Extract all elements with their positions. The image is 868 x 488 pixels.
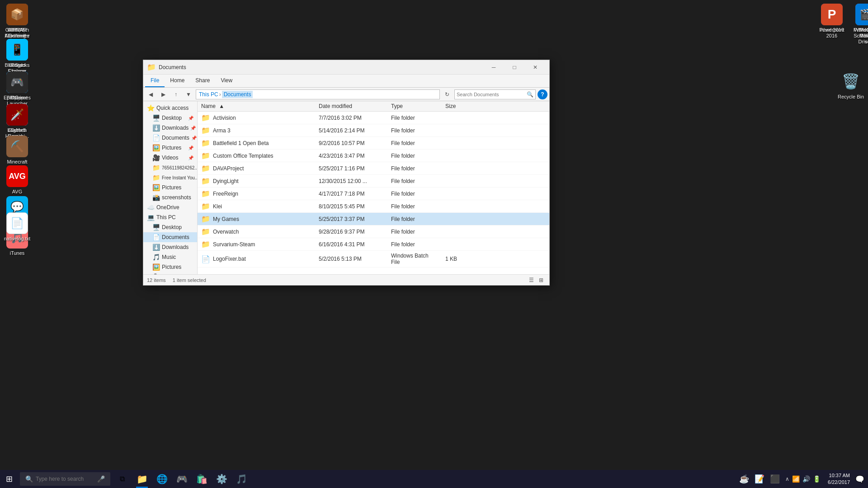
sidebar-long-id[interactable]: 📁 7656119824262... [143, 163, 197, 173]
sidebar-pc-desktop[interactable]: 🖥️ Desktop [143, 222, 197, 232]
file-date: 8/10/2015 5:45 PM [315, 202, 387, 211]
forward-button[interactable]: ▶ [158, 89, 169, 100]
address-path[interactable]: This PC › Documents [196, 89, 440, 99]
taskbar-file-explorer[interactable]: 📁 [132, 470, 152, 488]
file-name-text: DyingLight [213, 178, 239, 184]
file-name-text: FreeReign [213, 191, 238, 197]
file-type: File folder [387, 239, 442, 249]
file-row[interactable]: 📁 FreeReign 4/17/2017 7:18 PM File folde… [198, 188, 549, 200]
taskbar-chrome[interactable]: 🌐 [152, 470, 172, 488]
taskbar-spotify[interactable]: 🎵 [231, 470, 251, 488]
tab-file[interactable]: File [145, 75, 165, 87]
file-type: File folder [387, 202, 442, 211]
file-row[interactable]: 📁 Battlefield 1 Open Beta 9/2/2016 10:57… [198, 137, 549, 150]
file-type: File folder [387, 189, 442, 199]
file-row[interactable]: 📁 Klei 8/10/2015 5:45 PM File folder [198, 200, 549, 213]
taskbar-task5[interactable]: ⚙️ [212, 470, 231, 488]
icon-winrar[interactable]: 📦 WinRAR [2, 2, 33, 35]
file-row[interactable]: 📁 My Games 5/25/2017 3:37 PM File folder [198, 213, 549, 225]
start-button[interactable]: ⊞ [0, 470, 18, 488]
icon-curse[interactable]: 🗡️ Curse [2, 102, 33, 135]
chevron-icon[interactable]: ∧ [785, 476, 789, 482]
sidebar-pc-documents[interactable]: 📄 Documents [143, 232, 197, 242]
file-name-text: Arma 3 [213, 127, 231, 134]
icon-bluestacks[interactable]: 📱 BlueStacks [2, 37, 33, 70]
search-box[interactable]: 🔍 [454, 89, 536, 99]
taskbar-store[interactable]: 🛍️ [192, 470, 212, 488]
sidebar-pc-downloads[interactable]: ⬇️ Downloads [143, 242, 197, 252]
refresh-button[interactable]: ↻ [442, 89, 453, 100]
icon-recycle-bin[interactable]: 🗑️ Recycle Bin [835, 69, 866, 102]
icon-minecraft[interactable]: ⛏️ Minecraft [2, 134, 33, 167]
icon-nativelog[interactable]: 📄 nativelog.txt [2, 211, 33, 244]
file-explorer-main: ⭐ Quick access 🖥️ Desktop 📌 ⬇️ Downloads… [143, 101, 549, 274]
back-button[interactable]: ◀ [145, 89, 156, 100]
file-row[interactable]: 📁 Survarium-Steam 6/16/2016 4:31 PM File… [198, 238, 549, 251]
sidebar-downloads[interactable]: ⬇️ Downloads 📌 [143, 123, 197, 133]
folder-icon: 📁 [201, 151, 210, 160]
sidebar-pc-music[interactable]: 🎵 Music [143, 252, 197, 262]
col-date[interactable]: Date modified [315, 101, 387, 111]
icon-avg[interactable]: AVG AVG [2, 164, 33, 197]
sidebar-quick-access[interactable]: ⭐ Quick access [143, 103, 197, 113]
sidebar-free-instant[interactable]: 📁 Free Instant You... [143, 173, 197, 183]
file-name-text: LogoFixer.bat [213, 256, 246, 262]
col-type[interactable]: Type [387, 101, 442, 111]
tiles-view-button[interactable]: ⊞ [537, 276, 546, 285]
up-button[interactable]: ↑ [170, 89, 181, 100]
help-button[interactable]: ? [538, 89, 547, 99]
col-size[interactable]: Size [442, 101, 478, 111]
close-button[interactable]: ✕ [525, 60, 546, 75]
file-row[interactable]: 📁 Overwatch 9/28/2016 9:37 PM File folde… [198, 225, 549, 238]
icon-movie-maker[interactable]: 🎬 Movie Maker [851, 2, 868, 41]
breadcrumb-this-pc[interactable]: This PC [199, 91, 218, 98]
tab-share[interactable]: Share [190, 75, 215, 87]
sidebar-pc-pictures[interactable]: 🖼️ Pictures [143, 262, 197, 272]
clock[interactable]: 10:37 AM 6/22/2017 [828, 472, 850, 486]
file-icon: 📄 [201, 255, 210, 263]
sidebar-desktop[interactable]: 🖥️ Desktop 📌 [143, 113, 197, 123]
tab-home[interactable]: Home [165, 75, 190, 87]
tab-view[interactable]: View [215, 75, 238, 87]
icon-powerpoint-2016[interactable]: P Powerpoint 2016 [816, 2, 847, 41]
sidebar-this-pc[interactable]: 💻 This PC [143, 212, 197, 222]
sidebar-pictures2[interactable]: 🖼️ Pictures [143, 183, 197, 192]
file-date: 9/2/2016 10:57 PM [315, 138, 387, 148]
file-row[interactable]: 📁 DAVAProject 5/25/2017 1:16 PM File fol… [198, 162, 549, 175]
taskbar-gaming[interactable]: 🎮 [172, 470, 192, 488]
file-name-text: Survarium-Steam [213, 241, 255, 248]
breadcrumb-documents[interactable]: Documents [222, 91, 253, 98]
sidebar-videos[interactable]: 🎥 Videos 📌 [143, 153, 197, 163]
recent-locations-button[interactable]: ▼ [183, 89, 194, 100]
file-row[interactable]: 📁 Custom Office Templates 4/23/2016 3:47… [198, 150, 549, 162]
taskbar-command-prompt[interactable]: ⬛ [770, 474, 780, 484]
file-row[interactable]: 📄 LogoFixer.bat 5/2/2016 5:13 PM Windows… [198, 251, 549, 267]
sidebar-documents[interactable]: 📄 Documents 📌 [143, 133, 197, 143]
documents-icon: 📄 [152, 134, 160, 141]
sidebar-pictures[interactable]: 🖼️ Pictures 📌 [143, 143, 197, 153]
item-count: 12 items 1 item selected [147, 277, 206, 283]
maximize-button[interactable]: □ [504, 60, 525, 75]
taskbar-java-practice[interactable]: ☕ [739, 474, 749, 484]
col-name[interactable]: Name ▲ [198, 101, 315, 111]
task-view-button[interactable]: ⧉ [112, 470, 132, 488]
taskbar-search[interactable]: 🔍 🎤 [20, 472, 110, 486]
taskbar-search-input[interactable] [36, 476, 97, 482]
details-view-button[interactable]: ☰ [527, 276, 536, 285]
file-type: Windows Batch File [387, 251, 442, 267]
file-row[interactable]: 📁 Arma 3 5/14/2016 2:14 PM File folder [198, 124, 549, 137]
battery-icon: 🔋 [813, 475, 821, 483]
search-input[interactable] [457, 92, 527, 97]
sidebar-screenshots[interactable]: 📸 screenshots [143, 192, 197, 202]
file-list-header: Name ▲ Date modified Type Size [198, 101, 549, 112]
folder-icon: 📁 [201, 113, 210, 122]
file-explorer-window: 📁 Documents ─ □ ✕ File Home Share View ◀… [143, 60, 550, 286]
volume-icon[interactable]: 🔊 [802, 475, 810, 483]
file-row[interactable]: 📁 DyingLight 12/30/2015 12:00 ... File f… [198, 175, 549, 188]
minimize-button[interactable]: ─ [483, 60, 504, 75]
sidebar-onedrive[interactable]: ☁️ OneDrive [143, 202, 197, 212]
file-date: 4/23/2016 3:47 PM [315, 151, 387, 161]
notification-icon[interactable]: 🗨️ [855, 475, 864, 483]
taskbar-notepadpp[interactable]: 📝 [755, 474, 764, 484]
file-row[interactable]: 📁 Activision 7/7/2016 3:02 PM File folde… [198, 112, 549, 124]
